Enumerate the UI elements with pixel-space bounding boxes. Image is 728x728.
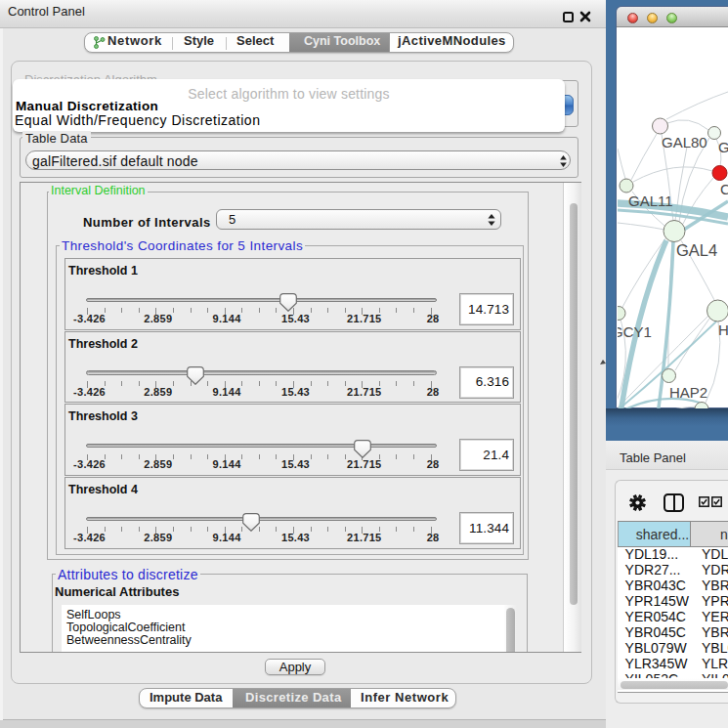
svg-text:G.: G. [718, 139, 728, 155]
svg-text:H: H [718, 321, 728, 338]
svg-text:GAL4: GAL4 [676, 241, 717, 259]
svg-text:GAL11: GAL11 [628, 193, 673, 209]
svg-text:GAL80: GAL80 [662, 134, 707, 150]
svg-text:HAP2: HAP2 [669, 384, 707, 401]
svg-text:C: C [720, 181, 728, 197]
svg-text:GCY1: GCY1 [618, 323, 652, 340]
